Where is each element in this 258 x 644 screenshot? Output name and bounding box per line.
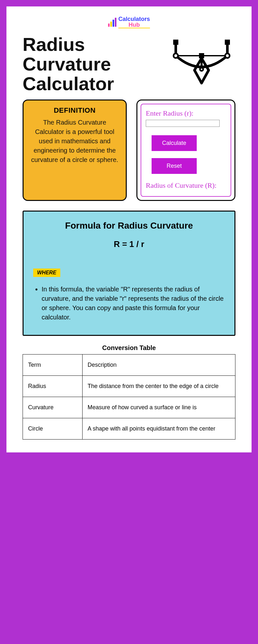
formula-card: Formula for Radius Curvature R = 1 / r W… bbox=[23, 211, 235, 336]
definition-card: DEFINITION The Radius Curvature Calculat… bbox=[23, 99, 127, 201]
formula-heading: Formula for Radius Curvature bbox=[33, 221, 225, 231]
table-cell-term: Radius bbox=[23, 375, 83, 397]
formula-description: In this formula, the variable "R" repres… bbox=[42, 285, 225, 322]
svg-point-9 bbox=[200, 68, 203, 71]
svg-rect-1 bbox=[225, 40, 230, 45]
page-container: Calculators Hub Radius Curvature Calcula… bbox=[6, 6, 252, 452]
logo-text-bottom: Hub bbox=[118, 22, 150, 28]
output-label: Radius of Curvature (R): bbox=[146, 181, 226, 190]
logo: Calculators Hub bbox=[23, 16, 235, 28]
table-row: Radius The distance from the center to t… bbox=[23, 375, 235, 397]
svg-point-5 bbox=[174, 53, 178, 58]
table-header-term: Term bbox=[23, 354, 83, 375]
pen-tool-icon bbox=[168, 35, 235, 90]
svg-rect-0 bbox=[173, 40, 178, 45]
calculate-button[interactable]: Calculate bbox=[152, 135, 197, 151]
table-cell-term: Circle bbox=[23, 418, 83, 439]
table-cell-term: Curvature bbox=[23, 397, 83, 418]
page-title: Radius Curvature Calculator bbox=[23, 35, 161, 94]
table-header-desc: Description bbox=[82, 354, 235, 375]
reset-button[interactable]: Reset bbox=[152, 158, 197, 174]
radius-input-label: Enter Radius (r): bbox=[146, 109, 226, 118]
conversion-table: Term Description Radius The distance fro… bbox=[23, 354, 235, 440]
table-row: Circle A shape with all points equidista… bbox=[23, 418, 235, 439]
logo-bars-icon bbox=[108, 18, 116, 27]
definition-heading: DEFINITION bbox=[29, 106, 120, 115]
table-row: Curvature Measure of how curved a surfac… bbox=[23, 397, 235, 418]
definition-body: The Radius Curvature Calculator is a pow… bbox=[29, 118, 120, 165]
svg-point-6 bbox=[225, 53, 230, 58]
table-cell-desc: A shape with all points equidistant from… bbox=[82, 418, 235, 439]
table-cell-desc: Measure of how curved a surface or line … bbox=[82, 397, 235, 418]
logo-text-top: Calculators bbox=[118, 16, 150, 22]
table-row: Term Description bbox=[23, 354, 235, 375]
calculator-card: Enter Radius (r): Calculate Reset Radius… bbox=[136, 99, 235, 201]
table-title: Conversion Table bbox=[23, 344, 235, 352]
where-tag: WHERE bbox=[33, 269, 60, 277]
formula-equation: R = 1 / r bbox=[33, 239, 225, 249]
table-cell-desc: The distance from the center to the edge… bbox=[82, 375, 235, 397]
radius-input[interactable] bbox=[146, 120, 220, 127]
